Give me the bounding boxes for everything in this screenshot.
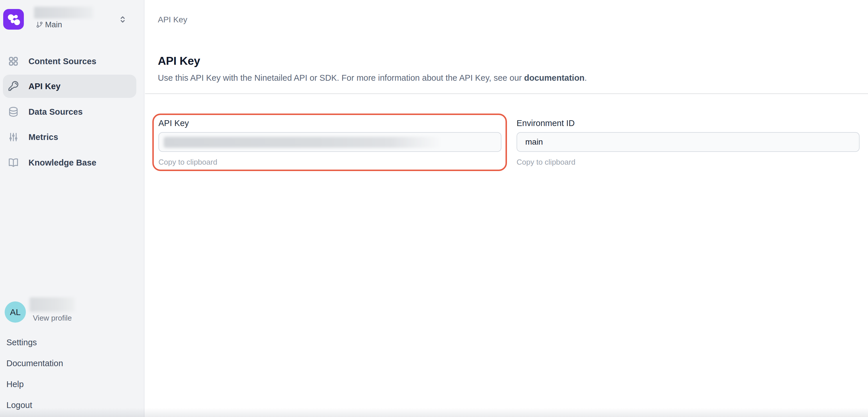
api-key-field-label: API Key [158, 118, 189, 128]
avatar[interactable]: AL [5, 302, 26, 323]
sidebar-link-help[interactable]: Help [6, 380, 24, 389]
sidebar-item-content-sources[interactable]: Content Sources [3, 50, 136, 73]
sidebar-item-knowledge-base[interactable]: Knowledge Base [3, 151, 136, 174]
section-divider [145, 93, 868, 94]
description-period: . [585, 73, 587, 82]
sidebar-item-label: API Key [29, 81, 60, 91]
sidebar-item-data-sources[interactable]: Data Sources [3, 100, 136, 124]
sidebar-item-label: Metrics [29, 132, 58, 142]
grid-icon [8, 56, 19, 67]
description-text: Use this API Key with the Ninetailed API… [158, 73, 524, 82]
sidebar-link-settings[interactable]: Settings [6, 338, 37, 347]
view-profile-link[interactable]: View profile [33, 314, 72, 323]
page-description: Use this API Key with the Ninetailed API… [158, 73, 587, 83]
api-key-input[interactable] [158, 132, 501, 152]
sidebar-item-label: Data Sources [29, 107, 83, 117]
main-content: API Key API Key Use this API Key with th… [145, 0, 868, 417]
sidebar-item-label: Content Sources [29, 57, 96, 66]
workspace-name-redacted [34, 7, 93, 19]
sidebar-link-logout[interactable]: Logout [6, 401, 32, 410]
database-icon [8, 106, 19, 117]
breadcrumb: API Key [158, 15, 187, 24]
documentation-link[interactable]: documentation [524, 73, 585, 82]
workspace-switcher[interactable]: Main [0, 0, 145, 38]
user-name-redacted [30, 298, 75, 312]
environment-id-copy-button[interactable]: Copy to clipboard [517, 158, 575, 167]
sliders-icon [8, 132, 19, 143]
sidebar-item-api-key[interactable]: API Key [3, 75, 136, 98]
sidebar-link-documentation[interactable]: Documentation [6, 359, 63, 368]
sidebar-item-metrics[interactable]: Metrics [3, 126, 136, 149]
unfold-chevrons-icon[interactable] [118, 14, 127, 25]
ninetailed-logo-icon [3, 9, 24, 30]
workspace-environment-label: Main [45, 20, 62, 29]
book-icon [8, 157, 19, 168]
environment-id-field-label: Environment ID [517, 118, 575, 128]
sidebar: Main Content Sources API Key Data Source… [0, 0, 145, 417]
git-branch-icon [36, 21, 43, 28]
sidebar-item-label: Knowledge Base [29, 158, 96, 168]
api-key-copy-button[interactable]: Copy to clipboard [158, 158, 217, 167]
key-icon [8, 81, 19, 92]
page-title: API Key [158, 55, 200, 67]
workspace-environment: Main [36, 20, 62, 29]
environment-id-input[interactable] [517, 132, 860, 152]
avatar-initials: AL [10, 307, 21, 317]
